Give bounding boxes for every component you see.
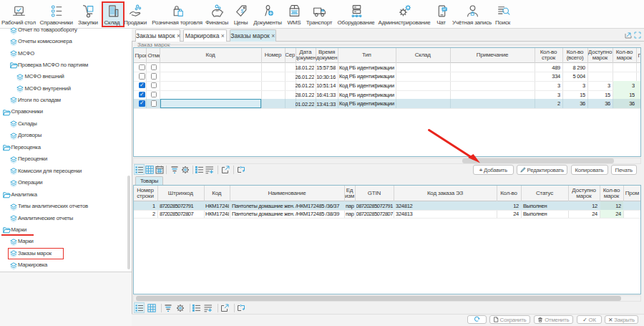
svg-text:$: $: [240, 8, 243, 14]
